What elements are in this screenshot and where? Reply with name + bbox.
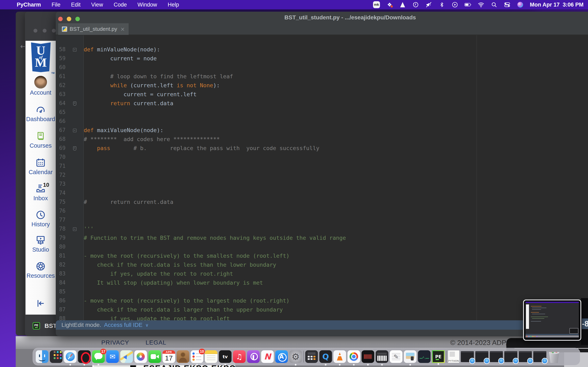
- dock-minwin[interactable]: [490, 351, 503, 362]
- menu-view[interactable]: View: [91, 2, 103, 8]
- line-number: 82: [56, 262, 66, 268]
- menu-help[interactable]: Help: [168, 2, 179, 8]
- dock-messages[interactable]: 17: [92, 350, 105, 363]
- screen-preview-pip[interactable]: [523, 300, 581, 341]
- dock-music[interactable]: ♫: [233, 350, 246, 363]
- tab-close-icon[interactable]: ×: [121, 26, 125, 32]
- code-line-78: 78−''': [56, 224, 588, 233]
- chevron-down-icon[interactable]: ∨: [145, 323, 149, 328]
- dock-mail[interactable]: ✉: [106, 350, 119, 363]
- dock-textedit[interactable]: ✎: [390, 350, 402, 363]
- pycharm-edu-icon: PE: [33, 322, 40, 329]
- code-text: def minValueNode(node):: [84, 46, 160, 53]
- siri-icon[interactable]: [517, 1, 524, 8]
- menu-code[interactable]: Code: [114, 2, 127, 8]
- zoom-window-button[interactable]: [75, 17, 80, 21]
- pip-nested-preview: [570, 328, 579, 334]
- sound-muted-icon[interactable]: [425, 1, 432, 8]
- app-menu-pycharm[interactable]: PyCharm: [17, 2, 41, 8]
- dock-preview[interactable]: [404, 350, 416, 363]
- dock-appstore[interactable]: A: [275, 350, 288, 363]
- dock-minwin[interactable]: [475, 351, 488, 362]
- sidebar-item-resources[interactable]: Resources: [26, 261, 56, 279]
- dock: 17✉APR1710tv♫NA⚙Q✎PEPYTHON: [33, 348, 580, 365]
- dock-trash[interactable]: [548, 350, 561, 363]
- dock-maps[interactable]: [120, 350, 133, 363]
- sidebar-collapse-button[interactable]: [26, 298, 56, 309]
- code-text: if yes, update the root to root.left: [84, 315, 230, 320]
- dock-podcasts[interactable]: [247, 350, 260, 363]
- code-editor[interactable]: 58−def minValueNode(node):59 current = n…: [56, 35, 588, 320]
- sidebar-item-dashboard[interactable]: Dashboard: [26, 104, 56, 123]
- dock-news[interactable]: N: [261, 350, 274, 363]
- tab-bst-util-student[interactable]: BST_util_student.py ×: [58, 23, 129, 35]
- code-line-81: 81- move the root (recursively) to the s…: [56, 251, 588, 260]
- dock-voicememos[interactable]: [362, 350, 374, 363]
- dock-minwin[interactable]: [461, 351, 474, 362]
- dock-minwin[interactable]: [533, 351, 546, 362]
- code-text: pass # b. replace the pass with your cod…: [84, 145, 319, 151]
- dock-piano[interactable]: [376, 350, 388, 363]
- dock-activity[interactable]: [418, 350, 431, 363]
- privacy-link[interactable]: PRIVACY: [101, 339, 129, 346]
- battery-icon[interactable]: [465, 1, 471, 8]
- inbox-unread-count: 10: [43, 182, 49, 188]
- sidebar-item-calendar[interactable]: Calendar: [26, 157, 56, 175]
- line-number: 79: [56, 235, 66, 241]
- time-machine-icon[interactable]: [412, 1, 419, 8]
- wifi-icon[interactable]: [477, 1, 484, 8]
- line-number: 71: [56, 163, 66, 169]
- sidebar-item-inbox[interactable]: 10Inbox: [26, 184, 56, 202]
- dock-pycharm[interactable]: PE: [432, 350, 445, 363]
- spotlight-search-icon[interactable]: [491, 1, 498, 8]
- sidebar-item-courses[interactable]: Courses: [26, 131, 56, 149]
- dock-calendar[interactable]: APR17: [163, 350, 175, 363]
- minimize-window-button[interactable]: [67, 17, 71, 21]
- dock-facetime[interactable]: [148, 350, 161, 363]
- dock-launchpad[interactable]: [50, 350, 62, 363]
- line-number: 84: [56, 280, 66, 286]
- dock-settings[interactable]: ⚙: [289, 350, 302, 363]
- running-indicator: [339, 364, 341, 366]
- dock-vlc[interactable]: [333, 350, 346, 363]
- dock-contacts[interactable]: [177, 350, 189, 363]
- dock-reminders[interactable]: 10: [191, 350, 203, 363]
- line-number: 87: [56, 307, 66, 313]
- close-window-button[interactable]: [58, 17, 63, 21]
- dock-notes[interactable]: [205, 350, 217, 363]
- sidebar-item-label: History: [26, 221, 56, 228]
- university-of-memphis-logo[interactable]: U M of: [31, 42, 51, 72]
- dock-appletv[interactable]: tv: [219, 350, 232, 363]
- dock-pydoc[interactable]: PYTHON: [448, 350, 459, 363]
- sidebar-item-account[interactable]: Account: [26, 76, 56, 96]
- menu-edit[interactable]: Edit: [71, 2, 81, 8]
- dock-calculator[interactable]: [305, 350, 318, 363]
- dock-badge: 10: [199, 349, 205, 354]
- dock-opera[interactable]: [78, 350, 91, 363]
- dock-finder[interactable]: [36, 350, 48, 363]
- menu-file[interactable]: File: [52, 2, 61, 8]
- dock-photos[interactable]: [134, 350, 147, 363]
- menu-bar-clock[interactable]: Mon Apr 17 3:06 PM: [530, 2, 584, 8]
- access-full-ide-link[interactable]: Access full IDE: [104, 322, 143, 328]
- mk-status-icon[interactable]: mk: [373, 1, 380, 8]
- dock-safari[interactable]: [64, 350, 77, 363]
- vlc-status-icon[interactable]: [399, 1, 406, 8]
- play-circle-icon[interactable]: [451, 1, 458, 8]
- dock-chrome[interactable]: [347, 350, 360, 363]
- control-center-icon[interactable]: [504, 1, 511, 8]
- sidebar-item-studio[interactable]: Studio: [26, 235, 56, 253]
- offscreen-window-fragment: -8: [581, 298, 588, 345]
- dock-quicktime[interactable]: Q: [319, 350, 332, 363]
- title-bar[interactable]: BST_util_student.py - .../eseajidekpu/Do…: [56, 12, 588, 23]
- legal-link[interactable]: LEGAL: [146, 339, 166, 346]
- code-line-65: 65: [56, 108, 588, 117]
- sidebar-item-history[interactable]: History: [26, 210, 56, 228]
- dock-minwin[interactable]: [504, 351, 517, 362]
- code-text: It will stop (updating) when lower bound…: [84, 280, 263, 286]
- dock-minwin[interactable]: [519, 351, 532, 362]
- shapes-status-icon[interactable]: ❖: [386, 1, 393, 8]
- bluetooth-icon[interactable]: [438, 1, 445, 8]
- code-line-76: 76: [56, 206, 588, 215]
- menu-window[interactable]: Window: [138, 2, 157, 8]
